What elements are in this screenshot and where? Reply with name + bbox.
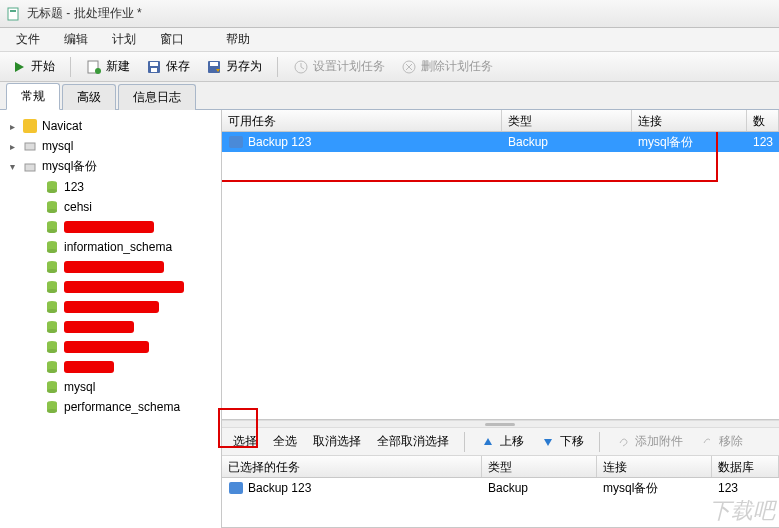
- col-type[interactable]: 类型: [502, 110, 632, 131]
- save-icon: [146, 59, 162, 75]
- select-all-button[interactable]: 全选: [266, 430, 304, 453]
- svg-marker-53: [544, 439, 552, 446]
- menu-file[interactable]: 文件: [6, 29, 50, 50]
- tree-db-123[interactable]: 123: [0, 177, 221, 197]
- tree-db-performance-schema[interactable]: performance_schema: [0, 397, 221, 417]
- expander-icon[interactable]: ▸: [6, 120, 18, 132]
- save-button[interactable]: 保存: [139, 55, 197, 78]
- toolbar-separator: [599, 432, 600, 452]
- toolbar-separator: [70, 57, 71, 77]
- deselect-button[interactable]: 取消选择: [306, 430, 368, 453]
- remove-button[interactable]: 移除: [692, 430, 750, 453]
- menu-plan[interactable]: 计划: [102, 29, 146, 50]
- svg-point-44: [47, 369, 57, 373]
- tab-log[interactable]: 信息日志: [118, 84, 196, 110]
- document-icon: [6, 6, 22, 22]
- new-button[interactable]: 新建: [79, 55, 137, 78]
- expander-icon[interactable]: ▸: [6, 140, 18, 152]
- save-as-button[interactable]: 另存为: [199, 55, 269, 78]
- tree-conn-mysql-backup[interactable]: ▾ mysql备份: [0, 156, 221, 177]
- delete-plan-button[interactable]: 删除计划任务: [394, 55, 500, 78]
- tab-general[interactable]: 常规: [6, 83, 60, 110]
- tree-label: cehsi: [64, 200, 92, 214]
- available-list-header: 可用任务 类型 连接 数据库: [222, 110, 779, 132]
- cell-conn: mysql备份: [597, 480, 712, 497]
- tree-db-mysql[interactable]: mysql: [0, 377, 221, 397]
- new-icon: [86, 59, 102, 75]
- select-button[interactable]: 选择: [226, 430, 264, 453]
- col-task[interactable]: 已选择的任务: [222, 456, 482, 477]
- database-icon: [44, 259, 60, 275]
- redacted-label: [64, 341, 149, 353]
- tree-db-cehsi[interactable]: cehsi: [0, 197, 221, 217]
- menu-window[interactable]: 窗口: [150, 29, 194, 50]
- col-db[interactable]: 数据库: [747, 110, 779, 131]
- menubar: 文件 编辑 计划 窗口 帮助: [0, 28, 779, 52]
- svg-point-4: [95, 68, 101, 74]
- set-plan-button[interactable]: 设置计划任务: [286, 55, 392, 78]
- arrow-up-icon: [480, 434, 496, 450]
- menu-edit[interactable]: 编辑: [54, 29, 98, 50]
- col-type[interactable]: 类型: [482, 456, 597, 477]
- select-toolbar: 选择 全选 取消选择 全部取消选择 上移 下移 添加附件 移除: [222, 428, 779, 456]
- sidebar-tree[interactable]: ▸ Navicat ▸ mysql ▾ mysql备份 123 cehsi: [0, 110, 222, 528]
- deselect-all-button[interactable]: 全部取消选择: [370, 430, 456, 453]
- move-down-button[interactable]: 下移: [533, 430, 591, 453]
- database-icon: [44, 199, 60, 215]
- backup-icon: [228, 480, 244, 496]
- selected-list-body[interactable]: Backup 123 Backup mysql备份 123: [222, 478, 779, 527]
- arrow-down-icon: [540, 434, 556, 450]
- database-icon: [44, 359, 60, 375]
- svg-point-38: [47, 329, 57, 333]
- tree-db-information-schema[interactable]: information_schema: [0, 237, 221, 257]
- svg-point-29: [47, 269, 57, 273]
- svg-point-17: [47, 189, 57, 193]
- redacted-label: [64, 261, 164, 273]
- tree-label: performance_schema: [64, 400, 180, 414]
- table-row[interactable]: Backup 123 Backup mysql备份 123: [222, 132, 779, 152]
- svg-marker-2: [15, 62, 24, 72]
- new-label: 新建: [106, 58, 130, 75]
- expander-icon[interactable]: ▾: [6, 161, 18, 173]
- connection-icon: [22, 159, 38, 175]
- splitter-grip[interactable]: [222, 420, 779, 428]
- database-icon: [44, 399, 60, 415]
- svg-rect-12: [23, 119, 37, 133]
- table-row[interactable]: Backup 123 Backup mysql备份 123: [222, 478, 779, 498]
- cell-conn: mysql备份: [632, 134, 747, 151]
- tree-root-navicat[interactable]: ▸ Navicat: [0, 116, 221, 136]
- set-plan-label: 设置计划任务: [313, 58, 385, 75]
- paperclip-icon: [615, 434, 631, 450]
- svg-point-26: [47, 249, 57, 253]
- tree-db-redacted[interactable]: [0, 337, 221, 357]
- tree-db-redacted[interactable]: [0, 297, 221, 317]
- svg-point-41: [47, 349, 57, 353]
- svg-point-23: [47, 229, 57, 233]
- tree-conn-mysql[interactable]: ▸ mysql: [0, 136, 221, 156]
- svg-rect-0: [8, 8, 18, 20]
- tree-label: mysql备份: [42, 158, 97, 175]
- col-conn[interactable]: 连接: [597, 456, 712, 477]
- redacted-label: [64, 361, 114, 373]
- tree-label: 123: [64, 180, 84, 194]
- tree-db-redacted[interactable]: [0, 217, 221, 237]
- menu-help[interactable]: 帮助: [216, 29, 260, 50]
- add-attachment-button[interactable]: 添加附件: [608, 430, 690, 453]
- tree-db-redacted[interactable]: [0, 277, 221, 297]
- svg-rect-54: [229, 482, 243, 494]
- tree-label: Navicat: [42, 119, 82, 133]
- tree-db-redacted[interactable]: [0, 317, 221, 337]
- move-up-button[interactable]: 上移: [473, 430, 531, 453]
- svg-point-35: [47, 309, 57, 313]
- tree-db-redacted[interactable]: [0, 357, 221, 377]
- workspace: ▸ Navicat ▸ mysql ▾ mysql备份 123 cehsi: [0, 110, 779, 528]
- cell-db: 123: [712, 481, 779, 495]
- col-db[interactable]: 数据库: [712, 456, 779, 477]
- col-task[interactable]: 可用任务: [222, 110, 502, 131]
- col-conn[interactable]: 连接: [632, 110, 747, 131]
- tree-db-redacted[interactable]: [0, 257, 221, 277]
- clock-delete-icon: [401, 59, 417, 75]
- available-list-body[interactable]: Backup 123 Backup mysql备份 123: [222, 132, 779, 419]
- start-button[interactable]: 开始: [4, 55, 62, 78]
- tab-advanced[interactable]: 高级: [62, 84, 116, 110]
